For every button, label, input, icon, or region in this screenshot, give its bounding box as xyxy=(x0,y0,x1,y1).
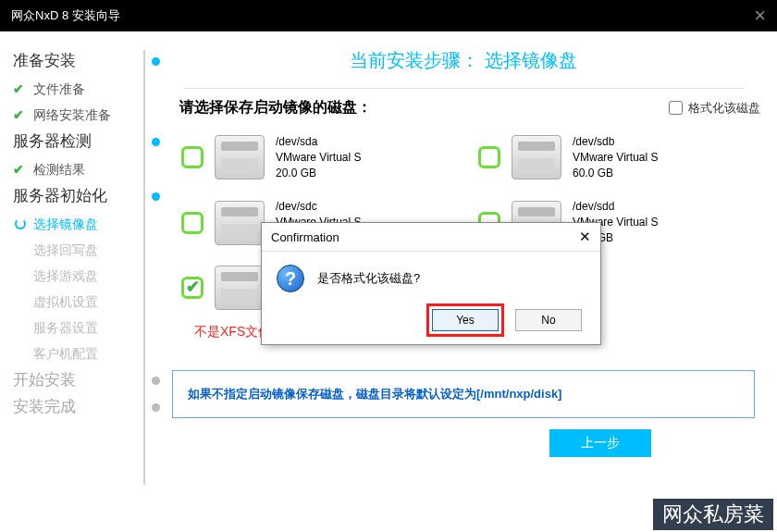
disk-model: VMware Virtual S xyxy=(573,150,658,166)
sidebar-item-network-prepare: ✔网络安装准备 xyxy=(13,103,157,129)
disk-select-box[interactable] xyxy=(478,146,500,168)
spinner-icon xyxy=(15,218,26,229)
disk-info: /dev/sdaVMware Virtual S20.0 GB xyxy=(276,134,361,180)
disk-size: 60.0 GB xyxy=(573,166,658,181)
disk-select-box[interactable] xyxy=(181,277,204,299)
disk-select-box[interactable] xyxy=(181,146,204,168)
format-disk-input[interactable] xyxy=(669,101,683,115)
watermark: 网众私房菜 xyxy=(653,499,773,530)
disk-dev: /dev/sdd xyxy=(573,199,658,215)
group-detect: 服务器检测 xyxy=(13,130,157,152)
no-button[interactable]: No xyxy=(515,309,582,331)
disk-info: /dev/sdbVMware Virtual S60.0 GB xyxy=(573,134,658,180)
disk-size: 20.0 GB xyxy=(276,166,361,181)
sidebar-item-game-disk: 选择游戏盘 xyxy=(13,264,157,290)
disk-option[interactable]: /dev/sdaVMware Virtual S20.0 GB xyxy=(166,125,463,190)
title-bar: 网众NxD 8 安装向导 × xyxy=(0,0,777,31)
disk-model: VMware Virtual S xyxy=(276,150,361,166)
sidebar-item-detect-result: ✔检测结果 xyxy=(13,157,157,183)
disk-dev: /dev/sda xyxy=(276,134,361,150)
dialog-close-icon[interactable]: ✕ xyxy=(579,229,591,245)
check-icon: ✔ xyxy=(13,81,24,96)
sidebar-item-client-config: 客户机配置 xyxy=(13,341,157,367)
group-start-install: 开始安装 xyxy=(13,369,157,390)
sidebar-item-vm-settings: 虚拟机设置 xyxy=(13,290,157,315)
hard-disk-icon xyxy=(215,201,265,245)
group-install-done: 安装完成 xyxy=(13,396,157,417)
dialog-message: 是否格式化该磁盘? xyxy=(317,270,420,287)
confirmation-dialog: Confirmation ✕ ? 是否格式化该磁盘? Yes No xyxy=(261,222,601,345)
group-prepare: 准备安装 xyxy=(13,50,157,71)
disk-dev: /dev/sdb xyxy=(573,134,658,150)
check-icon: ✔ xyxy=(13,107,24,122)
window-title: 网众NxD 8 安装向导 xyxy=(11,7,120,24)
format-disk-checkbox[interactable]: 格式化该磁盘 xyxy=(669,100,760,117)
sidebar: 准备安装 ✔文件准备 ✔网络安装准备 服务器检测 ✔检测结果 服务器初始化 选择… xyxy=(0,31,157,532)
close-icon[interactable]: × xyxy=(754,4,766,28)
prev-button[interactable]: 上一步 xyxy=(549,429,651,457)
disk-dev: /dev/sdc xyxy=(276,199,361,215)
check-icon: ✔ xyxy=(13,162,24,177)
sidebar-item-mirror-disk: 选择镜像盘 xyxy=(13,212,157,238)
dialog-titlebar: Confirmation ✕ xyxy=(262,223,600,252)
hint-box: 如果不指定启动镜像保存磁盘，磁盘目录将默认设定为[/mnt/nxp/disk] xyxy=(172,370,755,418)
sidebar-item-writeback-disk: 选择回写盘 xyxy=(13,238,157,264)
sidebar-item-file-prepare: ✔文件准备 xyxy=(13,77,157,103)
sidebar-item-server-settings: 服务器设置 xyxy=(13,315,157,341)
hard-disk-icon xyxy=(215,266,265,310)
group-init: 服务器初始化 xyxy=(13,185,157,206)
yes-button[interactable]: Yes xyxy=(432,309,499,331)
hard-disk-icon xyxy=(215,135,265,179)
disk-select-box[interactable] xyxy=(181,212,204,234)
disk-option[interactable]: /dev/sdbVMware Virtual S60.0 GB xyxy=(463,125,760,190)
step-header: 当前安装步骤： 选择镜像盘 xyxy=(183,31,744,89)
section-heading: 请选择保存启动镜像的磁盘： xyxy=(166,98,669,118)
hard-disk-icon xyxy=(512,135,561,179)
dialog-title: Confirmation xyxy=(271,230,579,244)
question-icon: ? xyxy=(277,265,304,292)
